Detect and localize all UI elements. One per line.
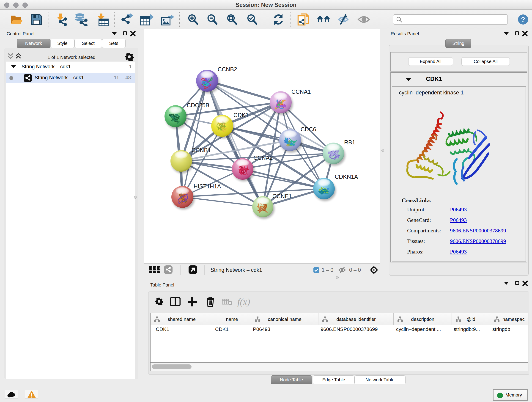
svg-text:CDKN1A: CDKN1A [335, 173, 358, 180]
svg-text:CDK1: CDK1 [234, 112, 249, 118]
svg-text:CCNB1: CCNB1 [191, 147, 211, 153]
svg-text:CCNB2: CCNB2 [218, 66, 237, 72]
svg-text:CCNA1: CCNA1 [291, 89, 311, 95]
svg-text:CCNE1: CCNE1 [272, 193, 292, 199]
svg-text:CDC25B: CDC25B [187, 102, 209, 108]
svg-text:RB1: RB1 [344, 139, 355, 146]
svg-text:CDC6: CDC6 [301, 126, 316, 133]
svg-text:CCNA2: CCNA2 [253, 154, 273, 161]
svg-text:?: ? [521, 16, 525, 23]
svg-text:HIST1H1A: HIST1H1A [194, 183, 221, 190]
